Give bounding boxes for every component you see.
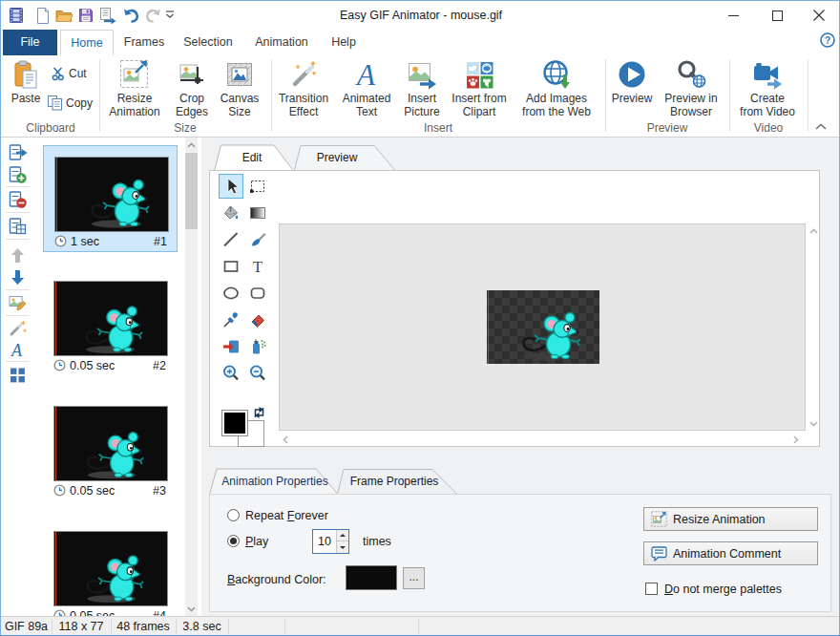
preview-in-browser-button[interactable]: Preview in Browser xyxy=(661,57,722,120)
transition-effect-button[interactable]: Transition Effect xyxy=(274,57,333,120)
move-frame-up-icon[interactable] xyxy=(8,246,28,266)
frame-item-2[interactable]: 0.05 sec #2 xyxy=(43,270,178,377)
edit-canvas[interactable] xyxy=(279,223,806,431)
animation-comment-label: Animation Comment xyxy=(673,547,781,561)
tool-eyedropper[interactable] xyxy=(220,309,242,330)
canvas-size-button[interactable]: Canvas Size xyxy=(213,57,266,120)
clock-icon xyxy=(53,609,66,616)
frame-number: #1 xyxy=(154,235,167,248)
animated-text-button[interactable]: A Animated Text xyxy=(337,57,396,120)
ellipse-icon xyxy=(221,284,241,303)
tool-ellipse[interactable] xyxy=(220,283,242,304)
tab-selection[interactable]: Selection xyxy=(175,30,242,55)
delete-frame-icon[interactable] xyxy=(8,190,28,210)
canvas-scroll-right-icon[interactable] xyxy=(793,435,799,444)
spinner-down-button[interactable] xyxy=(336,541,348,553)
resize-animation-button[interactable]: Resize Animation xyxy=(103,57,166,120)
insert-picture-button[interactable]: Insert Picture xyxy=(396,57,448,120)
minimize-button[interactable] xyxy=(711,1,755,30)
repeat-forever-radio[interactable] xyxy=(227,509,240,521)
background-color-picker-button[interactable]: ... xyxy=(403,567,425,589)
background-color-value-swatch[interactable] xyxy=(346,565,397,590)
canvas-scroll-down-icon[interactable] xyxy=(809,421,818,427)
tool-rectangle[interactable] xyxy=(220,256,242,277)
create-from-video-button[interactable]: Create from Video xyxy=(732,57,803,120)
frames-scrollbar[interactable] xyxy=(185,138,198,616)
tab-help[interactable]: Help xyxy=(322,30,366,55)
cut-button[interactable]: Cut xyxy=(51,66,87,81)
window-title: Easy GIF Animator - mouse.gif xyxy=(287,1,555,30)
tab-home[interactable]: Home xyxy=(60,30,114,55)
frame-text-icon[interactable]: A xyxy=(8,340,28,360)
tool-eraser[interactable] xyxy=(247,309,268,330)
new-file-icon[interactable] xyxy=(35,8,51,24)
clock-icon xyxy=(54,235,67,247)
tool-gradient[interactable] xyxy=(247,202,268,223)
tab-file[interactable]: File xyxy=(3,30,57,55)
tool-transparent-color[interactable] xyxy=(220,336,242,357)
play-radio[interactable] xyxy=(227,535,240,547)
duplicate-frame-icon[interactable] xyxy=(8,217,28,237)
frames-scrollbar-thumb[interactable] xyxy=(185,153,198,229)
frame-item-4[interactable]: 0.05 sec #4 xyxy=(43,520,178,616)
tool-spray[interactable] xyxy=(247,336,268,357)
tile-view-icon[interactable] xyxy=(8,366,28,386)
add-images-web-button[interactable]: Add Images from the Web xyxy=(513,57,600,120)
tool-rounded-rectangle[interactable] xyxy=(247,283,268,304)
tool-zoom-in[interactable] xyxy=(220,363,242,384)
frame-item-3[interactable]: 0.05 sec #3 xyxy=(43,395,178,502)
crop-edges-button[interactable]: Crop Edges xyxy=(165,57,219,120)
do-not-merge-palettes-checkbox[interactable] xyxy=(645,583,658,595)
paste-button[interactable]: Paste xyxy=(5,57,47,120)
export-frames-icon[interactable] xyxy=(99,7,117,24)
easy-gif-animator-window: Easy GIF Animator - mouse.gif File Home … xyxy=(0,0,840,636)
redo-icon[interactable] xyxy=(144,9,162,23)
help-icon[interactable]: ? xyxy=(820,32,835,48)
tab-animation-properties-label: Animation Properties xyxy=(217,475,333,488)
tool-cursor[interactable] xyxy=(219,174,243,199)
tool-fill[interactable] xyxy=(220,202,242,223)
cut-label: Cut xyxy=(69,67,87,80)
tool-brush[interactable] xyxy=(247,229,268,250)
tab-frames[interactable]: Frames xyxy=(117,30,171,55)
insert-from-clipart-button[interactable]: Insert from Clipart xyxy=(448,57,511,120)
save-icon[interactable] xyxy=(78,8,94,23)
video-group-label: Video xyxy=(729,121,808,135)
status-duration: 3.8 sec xyxy=(176,617,228,636)
tab-animation[interactable]: Animation xyxy=(245,30,318,55)
canvas-scroll-left-icon[interactable] xyxy=(283,435,288,444)
rectangle-icon xyxy=(221,257,241,276)
copy-button[interactable]: Copy xyxy=(47,95,93,111)
add-frame-icon[interactable] xyxy=(8,165,28,185)
preview-button[interactable]: Preview xyxy=(605,57,659,120)
foreground-color-swatch[interactable] xyxy=(221,410,248,436)
times-label: times xyxy=(363,535,391,548)
copy-label: Copy xyxy=(66,96,93,110)
tool-select-rectangle[interactable] xyxy=(247,176,268,197)
close-button[interactable] xyxy=(797,1,840,30)
resize-animation-action-button[interactable]: Resize Animation xyxy=(643,507,818,531)
tool-text[interactable]: T xyxy=(247,256,268,277)
maximize-button[interactable] xyxy=(755,1,799,30)
frame-thumbnail-1 xyxy=(54,157,169,232)
svg-text:A: A xyxy=(355,59,376,90)
tool-zoom-out[interactable] xyxy=(247,363,268,384)
edit-frame-icon[interactable] xyxy=(8,293,28,313)
open-folder-icon[interactable] xyxy=(55,9,74,23)
collapse-ribbon-icon[interactable] xyxy=(813,122,829,132)
canvas-scroll-up-icon[interactable] xyxy=(809,228,818,234)
extract-frame-icon[interactable] xyxy=(8,143,28,163)
undo-icon[interactable] xyxy=(122,9,140,23)
move-frame-down-icon[interactable] xyxy=(8,267,28,287)
animation-comment-button[interactable]: Animation Comment xyxy=(643,541,818,565)
scroll-down-icon[interactable] xyxy=(187,606,196,612)
scroll-up-icon[interactable] xyxy=(187,142,196,148)
swap-colors-icon[interactable] xyxy=(252,406,266,419)
frame-item-1[interactable]: 1 sec #1 xyxy=(43,145,178,252)
qat-menu-icon[interactable] xyxy=(165,11,175,19)
play-times-spinner[interactable]: 10 xyxy=(312,529,349,554)
spinner-up-button[interactable] xyxy=(336,530,348,541)
tool-line[interactable] xyxy=(220,229,242,250)
clock-icon xyxy=(53,484,66,497)
frame-effect-icon[interactable] xyxy=(8,319,28,339)
